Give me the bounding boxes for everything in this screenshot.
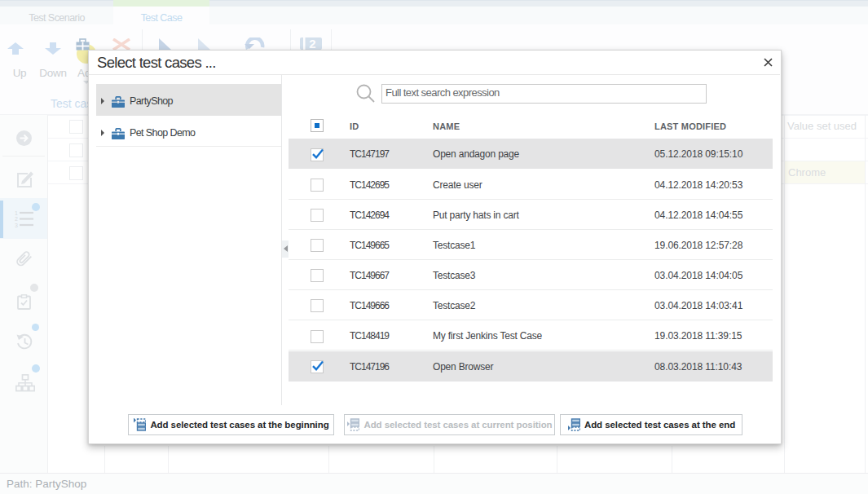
- svg-text:1: 1: [15, 210, 18, 216]
- svg-text:3: 3: [15, 223, 18, 228]
- svg-text:2: 2: [15, 216, 18, 222]
- svg-text:2: 2: [309, 37, 315, 50]
